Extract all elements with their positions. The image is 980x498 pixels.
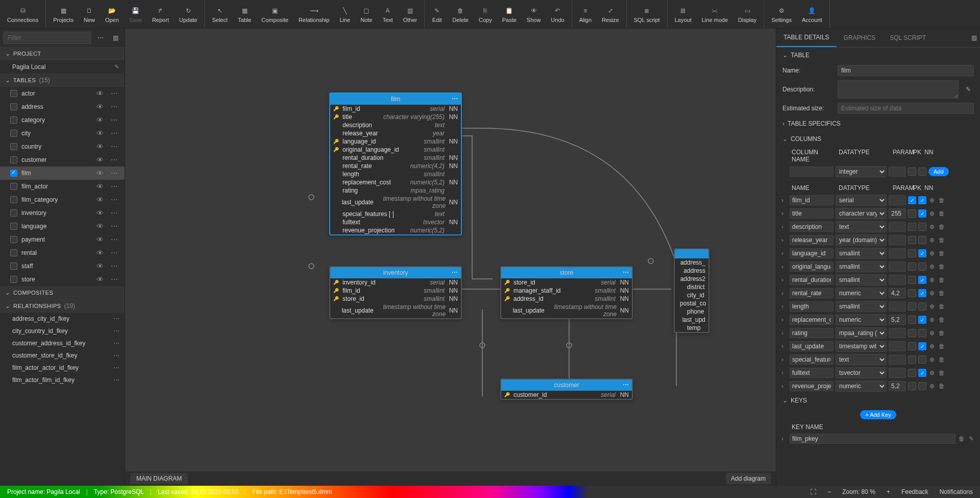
feedback-link[interactable]: Feedback	[899, 488, 930, 495]
sidebar-item-rental[interactable]: rental👁⋯	[0, 246, 125, 259]
col-name-input[interactable]	[790, 222, 834, 232]
delete-icon[interactable]: 🗑	[938, 210, 946, 217]
column-row[interactable]: last_updatetimestamp without time zoneNN	[330, 195, 461, 210]
drag-icon[interactable]: ⊕	[928, 369, 936, 376]
column-row[interactable]: address2	[675, 275, 708, 283]
add-column-button[interactable]: Add	[928, 167, 949, 176]
nn-checkbox[interactable]	[918, 369, 926, 377]
column-row[interactable]: district	[675, 283, 708, 291]
filter-more-icon[interactable]: ⋯	[94, 32, 107, 43]
relationship-button[interactable]: ⟿Relationship	[293, 0, 335, 28]
columns-section-header[interactable]: ⌄ COLUMNS	[776, 131, 980, 147]
chevron-right-icon[interactable]: ›	[781, 276, 788, 283]
column-row[interactable]: phone	[675, 307, 708, 316]
edit-button[interactable]: ✎Edit	[427, 0, 447, 28]
tab-sql-script[interactable]: SQL SCRIPT	[883, 29, 933, 46]
delete-icon[interactable]: 🗑	[938, 223, 946, 230]
col-name-input[interactable]	[790, 195, 834, 205]
pk-checkbox[interactable]	[908, 369, 916, 377]
eye-icon[interactable]: 👁	[95, 275, 105, 283]
chevron-right-icon[interactable]: ›	[781, 290, 788, 297]
nn-checkbox[interactable]	[918, 382, 926, 390]
column-row[interactable]: revenue_projectionnumeric(5,2)	[330, 226, 461, 234]
delete-icon[interactable]: 🗑	[938, 343, 946, 350]
column-row[interactable]: lengthsmallint	[330, 170, 461, 178]
line-button[interactable]: ╲Line	[334, 0, 355, 28]
tab-main-diagram[interactable]: MAIN DIAGRAM	[130, 473, 188, 484]
more-icon[interactable]: ⋯	[109, 249, 119, 257]
eye-icon[interactable]: 👁	[95, 262, 105, 270]
est-size-input[interactable]	[838, 103, 974, 114]
new-col-datatype-select[interactable]: integer	[836, 166, 887, 177]
eye-icon[interactable]: 👁	[95, 143, 105, 151]
column-row[interactable]: 🔑language_idsmallintNN	[330, 137, 461, 146]
col-datatype-select[interactable]: smallint	[836, 274, 887, 286]
edit-icon[interactable]: ✎	[963, 84, 974, 95]
delete-icon[interactable]: 🗑	[938, 290, 946, 297]
table-header[interactable]: customer ⋯	[501, 380, 632, 391]
eye-icon[interactable]: 👁	[95, 169, 105, 177]
more-icon[interactable]: ⋯	[109, 196, 119, 204]
col-datatype-select[interactable]: year (domain)	[836, 234, 887, 246]
more-icon[interactable]: ⋯	[109, 116, 119, 124]
select-button[interactable]: ↖Select	[207, 0, 233, 28]
col-param-input[interactable]	[889, 222, 906, 232]
more-icon[interactable]: ⋯	[113, 376, 119, 384]
column-row[interactable]: address	[675, 267, 708, 275]
column-row[interactable]: temp	[675, 324, 708, 332]
pk-checkbox[interactable]	[908, 342, 916, 350]
col-name-input[interactable]	[790, 381, 834, 391]
layout-button[interactable]: ⊞Layout	[670, 0, 697, 28]
more-icon[interactable]: ⋯	[113, 327, 119, 335]
more-icon[interactable]: ⋯	[113, 364, 119, 371]
col-name-input[interactable]	[790, 315, 834, 325]
col-datatype-select[interactable]: numeric	[836, 381, 887, 392]
table-node-film[interactable]: film ⋯ 🔑film_idserialNN🔑titlecharacter v…	[329, 92, 462, 235]
sidebar-item-film_category[interactable]: film_category👁⋯	[0, 193, 125, 206]
col-param-input[interactable]	[889, 368, 906, 378]
more-icon[interactable]: ⋯	[113, 340, 119, 347]
col-param-input[interactable]	[889, 208, 906, 219]
chevron-right-icon[interactable]: ›	[781, 343, 788, 350]
eye-icon[interactable]: 👁	[95, 103, 105, 111]
nn-checkbox[interactable]	[918, 223, 926, 231]
more-icon[interactable]: ⋯	[109, 169, 119, 177]
column-row[interactable]: 🔑store_idsmallintNN	[330, 295, 461, 303]
pk-checkbox[interactable]	[908, 209, 916, 218]
table-node-store[interactable]: store ⋯ 🔑store_idserialNN🔑manager_staff_…	[500, 266, 633, 319]
sql-script-button[interactable]: ≣SQL script	[629, 0, 665, 28]
delete-icon[interactable]: 🗑	[938, 356, 946, 363]
column-row[interactable]: last_updatetimestamp without time zoneNN	[330, 303, 461, 318]
col-name-input[interactable]	[790, 354, 834, 365]
col-param-input[interactable]	[889, 262, 906, 272]
nn-checkbox[interactable]	[918, 196, 926, 204]
drag-icon[interactable]: ⊕	[928, 329, 936, 337]
col-datatype-select[interactable]: numeric	[836, 288, 887, 299]
column-row[interactable]: fulltexttsvectorNN	[330, 218, 461, 226]
sidebar-item-film_actor[interactable]: film_actor👁⋯	[0, 180, 125, 193]
col-name-input[interactable]	[790, 208, 834, 219]
checkbox[interactable]	[10, 103, 17, 110]
eye-icon[interactable]: 👁	[95, 89, 105, 98]
more-icon[interactable]: ⋯	[623, 269, 629, 276]
notifications-link[interactable]: Notifications	[938, 488, 975, 495]
checkbox[interactable]	[10, 236, 17, 243]
nn-checkbox[interactable]	[918, 355, 926, 364]
table-header[interactable]: inventory ⋯	[330, 267, 461, 278]
checkbox[interactable]	[10, 143, 17, 150]
rel-item-address_city_id_fkey[interactable]: address_city_id_fkey⋯	[0, 313, 125, 325]
eye-icon[interactable]: 👁	[95, 235, 105, 244]
pk-checkbox[interactable]	[908, 355, 916, 364]
column-row[interactable]: release_yearyear	[330, 129, 461, 137]
column-row[interactable]: 🔑store_idserialNN	[501, 278, 632, 287]
col-datatype-select[interactable]: smallint	[836, 301, 887, 312]
column-row[interactable]: 🔑address_idsmallintNN	[501, 295, 632, 303]
checkbox[interactable]	[10, 196, 17, 203]
open-button[interactable]: 📂Open	[100, 0, 124, 28]
nn-checkbox[interactable]	[918, 263, 926, 271]
column-row[interactable]: 🔑inventory_idserialNN	[330, 278, 461, 287]
delete-button[interactable]: 🗑Delete	[447, 0, 474, 28]
checkbox[interactable]	[10, 263, 17, 270]
sidebar-item-inventory[interactable]: inventory👁⋯	[0, 206, 125, 220]
add-key-button[interactable]: + Add Key	[860, 410, 896, 419]
